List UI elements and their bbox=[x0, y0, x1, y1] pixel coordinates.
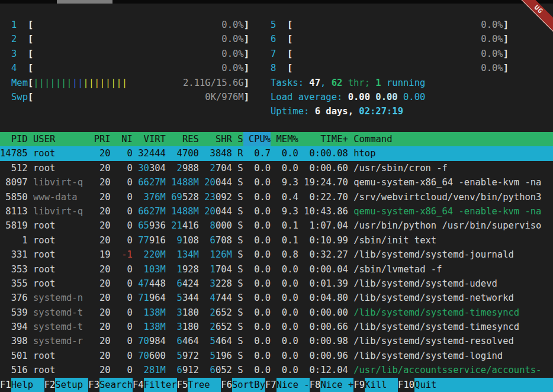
cell-pid: 331 bbox=[0, 248, 28, 262]
process-row[interactable]: 501root2007060059725196S0.00.00:00.96/li… bbox=[0, 349, 553, 363]
nice-value: 0 bbox=[127, 293, 133, 303]
fnbar-item-f7[interactable]: F7Nice - bbox=[265, 378, 310, 392]
fnbar-item-f8[interactable]: F8Nice + bbox=[310, 378, 354, 392]
mem-value-low: 744 bbox=[216, 293, 232, 303]
cell-user: root bbox=[28, 233, 83, 248]
fnbar-item-f5[interactable]: F5Tree bbox=[177, 378, 221, 392]
fnbar-item-f10[interactable]: F10Quit bbox=[398, 378, 553, 392]
info-segment: 0.00 bbox=[403, 92, 425, 102]
fnbar-item-f3[interactable]: F3Search bbox=[88, 378, 133, 392]
meter-close-bracket: ] bbox=[244, 76, 249, 90]
user-name: systemd-n bbox=[33, 293, 83, 303]
mem-value-low: 052 bbox=[216, 365, 232, 375]
column-header-s[interactable]: S bbox=[232, 132, 243, 146]
info-segment: 02:27:19 bbox=[359, 106, 403, 117]
command-text: /lib/systemd/systemd-networkd bbox=[353, 293, 514, 303]
cell-time: 0:00.66 bbox=[298, 320, 348, 334]
meter-label: 4 bbox=[11, 61, 28, 75]
cell-cpu: 0.0 bbox=[243, 320, 271, 334]
fnbar-item-f6[interactable]: F6SortBy bbox=[221, 378, 265, 392]
cell-pri: 20 bbox=[83, 190, 111, 204]
cell-cmd: /lib/systemd/systemd-journald bbox=[348, 248, 553, 262]
command-text: /usr/sbin/cron -f bbox=[353, 163, 448, 173]
cell-res: 1928 bbox=[166, 262, 199, 277]
fnbar-item-f9[interactable]: F9Kill bbox=[353, 378, 398, 392]
meter-value: 0.0% bbox=[221, 61, 243, 75]
uptime-line: Uptime: 6 days, 02:27:19 bbox=[271, 104, 509, 118]
mem-value-high: 5 bbox=[177, 293, 182, 303]
process-row[interactable]: 8113libvirt-q2006627M1488M20044S0.09.310… bbox=[0, 204, 553, 219]
cell-time: 0:00.98 bbox=[298, 334, 348, 348]
process-row[interactable]: 5819root20065936214168000S0.00.11:07.04/… bbox=[0, 219, 553, 233]
nice-value: 0 bbox=[127, 206, 133, 217]
function-key-label: Search bbox=[99, 378, 133, 392]
cell-mem: 0.0 bbox=[271, 161, 298, 175]
column-header-mem[interactable]: MEM% bbox=[271, 132, 298, 146]
function-key-label: Tree bbox=[188, 378, 221, 392]
fnbar-item-f2[interactable]: F2Setup bbox=[44, 378, 89, 392]
function-key-label: Help bbox=[11, 378, 44, 392]
cell-ni: 0 bbox=[111, 219, 133, 233]
process-row[interactable]: 353root200103M19281704S0.00.00:00.04/sbi… bbox=[0, 262, 553, 277]
fnbar-item-f4[interactable]: F4Filter bbox=[133, 378, 177, 392]
user-name: systemd-r bbox=[33, 336, 83, 346]
process-row[interactable]: 331root19-1220M134M126MS0.00.80:32.27/li… bbox=[0, 248, 553, 262]
cell-pri: 20 bbox=[83, 219, 111, 233]
yellow-bars: |||||||| bbox=[83, 78, 127, 88]
command-text: /usr/bin/python /usr/bin/superviso bbox=[353, 220, 541, 231]
column-header-time[interactable]: TIME+ bbox=[298, 132, 348, 146]
cell-time: 0:00.96 bbox=[298, 349, 348, 363]
green-bars: ||||||| bbox=[33, 78, 72, 88]
cell-shr: 6052 bbox=[199, 363, 232, 377]
meter-label: 1 bbox=[11, 18, 28, 32]
mem-value: 134M bbox=[177, 249, 199, 260]
tasks-line: Tasks: 47, 62 thr; 1 running bbox=[271, 76, 509, 90]
process-row[interactable]: 394systemd-t200138M31802652S0.00.00:00.6… bbox=[0, 320, 553, 334]
process-row[interactable]: 14785root2003244447003848R0.70.00:00.08h… bbox=[0, 146, 553, 160]
function-key: F5 bbox=[177, 378, 188, 392]
cell-ni: 0 bbox=[111, 233, 133, 248]
mem-value-high: 20 bbox=[204, 206, 216, 217]
cell-cmd: /usr/sbin/cron -f bbox=[348, 161, 553, 175]
function-key-label: Quit bbox=[414, 378, 553, 392]
meter-close-bracket: ] bbox=[244, 47, 249, 61]
process-row[interactable]: 512root2003030429882704S0.00.00:00.60/us… bbox=[0, 161, 553, 175]
process-row[interactable]: 8097libvirt-q2006627M1488M20044S0.09.319… bbox=[0, 175, 553, 189]
column-header-cpu[interactable]: CPU% bbox=[243, 132, 271, 146]
meter-value: 0.0% bbox=[221, 47, 243, 61]
column-header-cmd[interactable]: Command bbox=[348, 132, 553, 146]
column-header-shr[interactable]: SHR bbox=[199, 132, 232, 146]
mem-value-low: 180 bbox=[182, 307, 199, 318]
mem-value-low: 444 bbox=[149, 148, 166, 159]
process-row[interactable]: 516root200281M69126052S0.00.00:12.04/usr… bbox=[0, 363, 553, 377]
debug-ribbon-label: UG bbox=[519, 0, 553, 34]
cell-pid: 8113 bbox=[0, 204, 28, 219]
process-row[interactable]: 5850www-data200376M6952823092S0.00.40:22… bbox=[0, 190, 553, 204]
process-row[interactable]: 1root2007791691086708S0.00.10:10.99/sbin… bbox=[0, 233, 553, 248]
process-row[interactable]: 376systemd-n2007196453444744S0.00.00:04.… bbox=[0, 291, 553, 305]
column-header-ni[interactable]: NI bbox=[111, 132, 133, 146]
command-text: /usr/lib/accountsservice/accounts- bbox=[353, 365, 541, 375]
cell-mem: 0.1 bbox=[271, 233, 298, 248]
cpu-meter-2: 2[0.0%] bbox=[11, 32, 249, 46]
meter-close-bracket: ] bbox=[244, 90, 249, 104]
column-header-pri[interactable]: PRI bbox=[83, 132, 111, 146]
terminal-tab-indicator[interactable] bbox=[57, 0, 112, 4]
cell-time: 0:32.27 bbox=[298, 248, 348, 262]
fnbar-item-f1[interactable]: F1Help bbox=[0, 378, 44, 392]
column-header-pid[interactable]: PID bbox=[0, 132, 28, 146]
process-row[interactable]: 539systemd-t200138M31802652S0.00.00:00.0… bbox=[0, 306, 553, 320]
process-row[interactable]: 398systemd-r2007098464645464S0.00.00:00.… bbox=[0, 334, 553, 348]
mem-value-low: 972 bbox=[182, 351, 199, 361]
cell-mem: 9.3 bbox=[271, 175, 298, 189]
process-row[interactable]: 355root2004744864243228S0.00.00:01.39/li… bbox=[0, 277, 553, 291]
column-header-res[interactable]: RES bbox=[166, 132, 199, 146]
cell-shr: 2652 bbox=[199, 320, 232, 334]
column-header-user[interactable]: USER bbox=[28, 132, 83, 146]
column-header-virt[interactable]: VIRT bbox=[133, 132, 166, 146]
cell-ni: 0 bbox=[111, 334, 133, 348]
meter-label: 2 bbox=[11, 32, 28, 46]
cell-user: systemd-n bbox=[28, 291, 83, 305]
mem-value-low: 984 bbox=[149, 336, 166, 346]
mem-value-high: 2 bbox=[210, 307, 216, 318]
